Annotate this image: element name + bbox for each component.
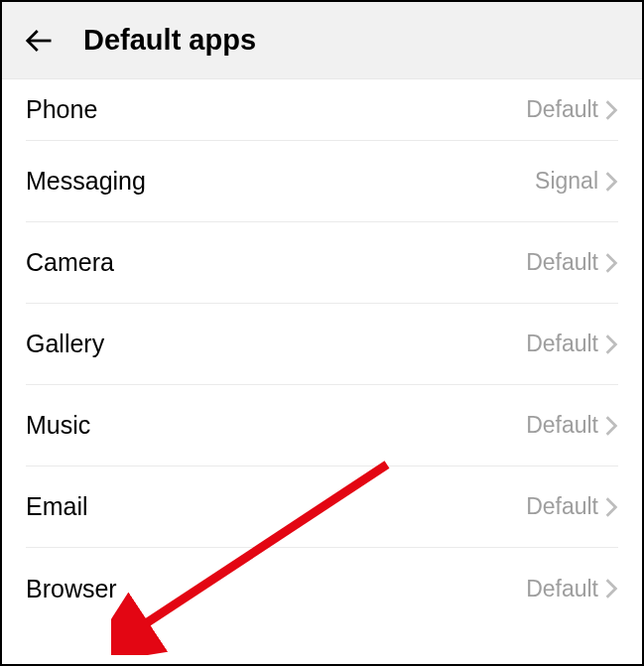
chevron-right-icon (604, 496, 618, 518)
item-value: Default (526, 96, 598, 123)
item-right: Signal (535, 168, 618, 195)
item-label: Camera (26, 248, 114, 277)
item-right: Default (526, 412, 618, 439)
item-right: Default (526, 493, 618, 520)
list-item-messaging[interactable]: Messaging Signal (26, 141, 618, 222)
page-title: Default apps (83, 24, 256, 57)
list-item-phone[interactable]: Phone Default (26, 79, 618, 141)
list-item-gallery[interactable]: Gallery Default (26, 304, 618, 385)
item-value: Default (526, 412, 598, 439)
item-label: Gallery (26, 330, 104, 358)
list-item-browser[interactable]: Browser Default (26, 548, 618, 629)
item-value: Default (526, 576, 598, 602)
item-label: Phone (26, 95, 97, 124)
chevron-right-icon (604, 99, 618, 121)
list-item-music[interactable]: Music Default (26, 385, 618, 466)
item-label: Music (26, 411, 90, 440)
chevron-right-icon (604, 415, 618, 437)
item-right: Default (526, 576, 618, 602)
back-button[interactable] (24, 26, 54, 56)
item-right: Default (526, 96, 618, 123)
item-value: Default (526, 249, 598, 276)
arrow-left-icon (24, 26, 54, 56)
item-label: Browser (26, 575, 117, 603)
chevron-right-icon (604, 252, 618, 274)
list-item-camera[interactable]: Camera Default (26, 222, 618, 304)
item-value: Signal (535, 168, 598, 195)
item-right: Default (526, 249, 618, 276)
item-value: Default (526, 493, 598, 520)
chevron-right-icon (604, 171, 618, 193)
item-right: Default (526, 331, 618, 357)
item-label: Email (26, 492, 88, 521)
header-bar: Default apps (2, 2, 642, 79)
default-apps-list: Phone Default Messaging Signal Camera De… (2, 79, 642, 629)
list-item-email[interactable]: Email Default (26, 466, 618, 548)
item-value: Default (526, 331, 598, 357)
item-label: Messaging (26, 167, 146, 196)
chevron-right-icon (604, 578, 618, 599)
chevron-right-icon (604, 333, 618, 355)
